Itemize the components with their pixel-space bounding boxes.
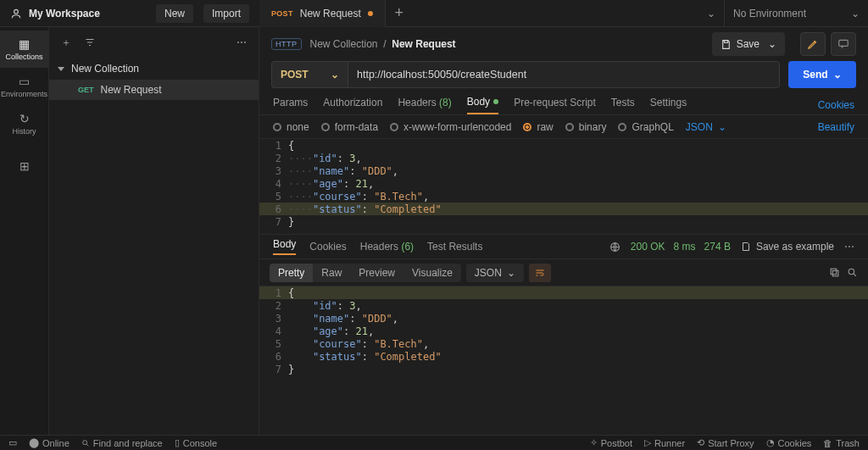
body-language-dropdown[interactable]: JSON⌄ — [686, 121, 726, 133]
environment-area: ⌄ No Environment ⌄ — [698, 0, 868, 27]
request-tabstrip: POST New Request + — [259, 0, 413, 27]
response-toolbar: Pretty Raw Preview Visualize JSON⌄ — [259, 259, 868, 286]
save-icon — [741, 242, 751, 252]
method-value: POST — [281, 69, 309, 81]
search-response-button[interactable] — [847, 267, 858, 278]
bodytype-form-data[interactable]: form-data — [321, 121, 378, 133]
svg-rect-2 — [839, 40, 849, 46]
url-input[interactable] — [348, 61, 780, 88]
tab-overflow-dropdown[interactable]: ⌄ — [698, 8, 724, 19]
breadcrumb-sep: / — [381, 38, 392, 50]
caret-down-icon — [58, 67, 64, 71]
environment-dropdown[interactable]: No Environment ⌄ — [724, 0, 868, 27]
response-body-editor[interactable]: 1{ 2 "id": 3, 3 "name": "DDD", 4 "age": … — [259, 286, 868, 435]
search-icon — [847, 267, 858, 278]
bodytype-graphql[interactable]: GraphQL — [618, 121, 673, 133]
status-cookies[interactable]: ◔ Cookies — [766, 437, 812, 448]
rail-label: Collections — [5, 53, 42, 61]
response-language-dropdown[interactable]: JSON⌄ — [466, 264, 524, 282]
svg-point-7 — [82, 440, 86, 444]
status-find-replace[interactable]: Find and replace — [81, 438, 163, 448]
search-icon — [81, 439, 90, 447]
request-tab[interactable]: POST New Request — [259, 0, 386, 27]
wrap-lines-button[interactable] — [529, 264, 551, 282]
tab-settings[interactable]: Settings — [650, 97, 687, 114]
environments-icon: ▭ — [19, 75, 30, 88]
add-collection-button[interactable]: ＋ — [56, 32, 76, 53]
rail-collections[interactable]: ▦ Collections — [0, 31, 48, 68]
radio-on-icon — [523, 123, 531, 131]
view-pretty[interactable]: Pretty — [270, 264, 313, 282]
pencil-icon — [807, 38, 819, 50]
bodytype-raw[interactable]: raw — [523, 121, 553, 133]
url-bar: POST ⌄ Send ⌄ — [259, 61, 868, 88]
comments-button[interactable] — [831, 32, 856, 56]
view-preview[interactable]: Preview — [350, 264, 403, 282]
request-subtabs: Params Authorization Headers (8) Body Pr… — [259, 88, 868, 115]
status-toggle-pane[interactable]: ▭ — [8, 437, 17, 448]
resp-time: 8 ms — [674, 241, 696, 253]
chevron-down-icon: ⌄ — [331, 69, 339, 81]
headers-count: (8) — [439, 97, 452, 108]
save-as-example-button[interactable]: Save as example — [741, 241, 834, 253]
tab-params[interactable]: Params — [273, 97, 308, 114]
resp-tab-headers[interactable]: Headers (6) — [360, 241, 414, 253]
rail-environments[interactable]: ▭ Environments — [0, 68, 48, 105]
resp-size: 274 B — [704, 241, 731, 253]
request-body-editor[interactable]: 1{ 2····"id": 3, 3····"name": "DDD", 4··… — [259, 139, 868, 234]
status-trash[interactable]: 🗑 Trash — [823, 437, 860, 448]
bodytype-none[interactable]: none — [273, 121, 309, 133]
send-button[interactable]: Send ⌄ — [788, 61, 856, 88]
resp-tab-body[interactable]: Body — [273, 238, 296, 255]
view-mode-segment: Pretty Raw Preview Visualize — [270, 264, 461, 282]
tab-tests[interactable]: Tests — [611, 97, 635, 114]
resp-tab-cookies[interactable]: Cookies — [309, 241, 346, 253]
status-runner[interactable]: ▷ Runner — [644, 437, 685, 448]
save-button[interactable]: Save ⌄ — [712, 32, 785, 56]
topbar: My Workspace New Import POST New Request… — [0, 0, 868, 27]
rail-history[interactable]: ↻ History — [0, 105, 48, 142]
view-raw[interactable]: Raw — [313, 264, 350, 282]
svg-rect-5 — [831, 269, 837, 275]
new-button[interactable]: New — [156, 4, 193, 23]
tab-body[interactable]: Body — [467, 96, 498, 114]
workspace-selector[interactable]: My Workspace New Import — [0, 4, 259, 23]
main: HTTP New Collection / New Request Save ⌄… — [259, 27, 868, 435]
resp-tab-tests[interactable]: Test Results — [427, 241, 482, 253]
bodytype-urlencoded[interactable]: x-www-form-urlencoded — [390, 121, 511, 133]
filter-button[interactable] — [80, 32, 100, 53]
rail-label: Environments — [1, 90, 47, 98]
bodytype-binary[interactable]: binary — [565, 121, 607, 133]
view-visualize[interactable]: Visualize — [403, 264, 461, 282]
sidebar-request-item[interactable]: GET New Request — [49, 80, 259, 100]
beautify-button[interactable]: Beautify — [818, 121, 854, 133]
rail-label: History — [12, 127, 36, 136]
collection-item[interactable]: New Collection — [49, 58, 259, 80]
breadcrumb-row: HTTP New Collection / New Request Save ⌄ — [259, 27, 868, 61]
response-more-button[interactable]: ⋯ — [844, 241, 854, 253]
rail-more[interactable]: ⊞ — [0, 147, 48, 185]
sidebar-more-button[interactable]: ⋯ — [231, 32, 252, 53]
breadcrumb: New Collection / New Request — [310, 38, 456, 50]
edit-button[interactable] — [800, 32, 826, 56]
copy-icon — [829, 267, 840, 278]
send-label: Send — [803, 69, 827, 81]
save-label: Save — [737, 38, 760, 50]
workspace-name: My Workspace — [29, 8, 100, 19]
tab-headers[interactable]: Headers (8) — [398, 97, 451, 114]
breadcrumb-collection[interactable]: New Collection — [310, 38, 378, 50]
method-dropdown[interactable]: POST ⌄ — [271, 61, 348, 88]
import-button[interactable]: Import — [203, 4, 249, 23]
status-postbot[interactable]: ✧ Postbot — [590, 437, 632, 448]
status-console[interactable]: ▯ Console — [175, 437, 217, 448]
copy-response-button[interactable] — [829, 267, 840, 278]
new-tab-button[interactable]: + — [386, 4, 413, 22]
tab-prerequest[interactable]: Pre-request Script — [514, 97, 596, 114]
tab-authorization[interactable]: Authorization — [323, 97, 382, 114]
status-start-proxy[interactable]: ⟲ Start Proxy — [697, 437, 754, 448]
status-online[interactable]: ⬤Online — [29, 437, 70, 448]
cookies-link[interactable]: Cookies — [818, 99, 854, 111]
sidebar-toolbar: ＋ ⋯ — [49, 27, 259, 58]
comment-icon — [837, 38, 849, 50]
chevron-down-icon: ⌄ — [768, 38, 776, 50]
